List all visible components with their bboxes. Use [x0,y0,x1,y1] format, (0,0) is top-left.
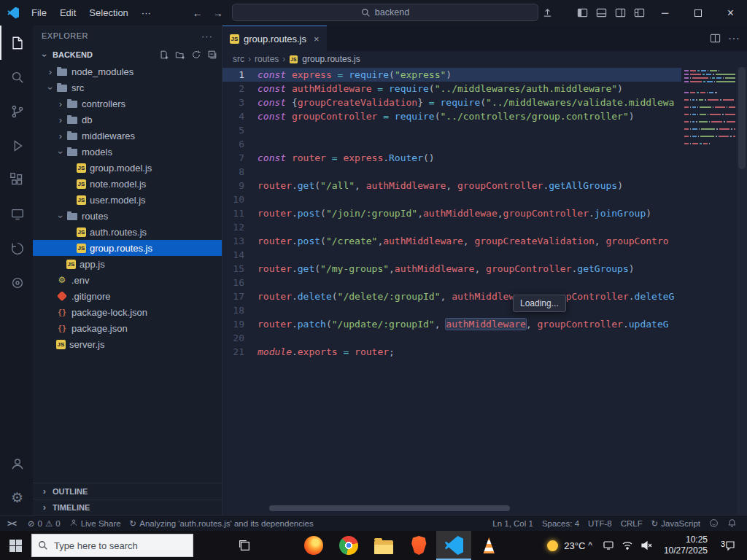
tree-item-.env[interactable]: ⚙.env [33,272,222,288]
code-line-19[interactable]: 19router.patch("/update/:groupId", authM… [222,317,681,331]
start-button[interactable] [0,531,31,560]
collapse-all-icon[interactable] [207,50,217,60]
tree-item-app.js[interactable]: JSapp.js [33,256,222,272]
remote-indicator[interactable]: >< [0,516,23,532]
tree-item-server.js[interactable]: JSserver.js [33,336,222,352]
tree-item-note.model.js[interactable]: JSnote.model.js [33,176,222,192]
tree-item-.gitignore[interactable]: .gitignore [33,288,222,304]
settings-gear-icon[interactable]: ⚙ [0,481,33,515]
toggle-layout-icon[interactable] [538,4,557,23]
volume-muted-icon[interactable] [640,540,652,551]
breadcrumb-src[interactable]: src [233,54,244,64]
display-icon[interactable] [603,540,614,551]
taskbar-app-vlc[interactable] [471,531,506,560]
close-button[interactable]: × [714,0,747,26]
analysis-status[interactable]: ↻ Analyzing 'auth.routes.js' and its dep… [125,516,318,532]
tree-item-auth.routes.js[interactable]: JSauth.routes.js [33,224,222,240]
task-view-button[interactable] [230,531,258,560]
code-line-20[interactable]: 20 [222,331,681,345]
activity-remote-explorer-icon[interactable] [0,197,33,231]
code-line-15[interactable]: 15router.get("/my-groups",authMiddleware… [222,262,681,276]
encoding[interactable]: UTF-8 [584,516,616,532]
activity-extension-2-icon[interactable] [0,265,33,300]
show-hidden-icons-chevron[interactable]: ^ [585,540,595,551]
new-folder-icon[interactable] [175,50,185,60]
eol-sequence[interactable]: CRLF [616,516,647,532]
activity-extensions-icon[interactable] [0,163,33,197]
tree-item-routes[interactable]: ›routes [33,208,222,224]
new-file-icon[interactable] [159,50,169,60]
code-line-14[interactable]: 14 [222,248,681,262]
toggle-panel-icon[interactable] [592,4,611,23]
bell-icon[interactable] [723,516,741,532]
tab-close-icon[interactable]: × [314,34,320,44]
nav-forward-icon[interactable]: → [213,7,223,19]
minimap[interactable] [684,70,735,147]
code-line-6[interactable]: 6 [222,137,681,151]
activity-run-debug-icon[interactable] [0,128,33,163]
code-line-16[interactable]: 16 [222,276,681,289]
vertical-scrollbar[interactable] [737,67,747,515]
menu-file[interactable]: File [25,4,53,21]
tree-item-group.model.js[interactable]: JSgroup.model.js [33,160,222,176]
cursor-position[interactable]: Ln 1, Col 1 [488,516,538,532]
tree-item-db[interactable]: ›db [33,112,222,128]
code-line-4[interactable]: 4const groupController = require("../con… [222,109,681,123]
code-editor[interactable]: 1const express = require("express")2cons… [222,67,747,515]
command-center-search[interactable]: backend [232,4,538,21]
code-line-9[interactable]: 9router.get("/all", authMiddleware, grou… [222,179,681,192]
tree-item-group.routes.js[interactable]: JSgroup.routes.js [33,240,222,256]
feedback-icon[interactable] [705,516,723,532]
tab-group-routes[interactable]: JS group.routes.js × [222,26,327,51]
taskbar-app-vscode[interactable] [436,531,471,560]
tree-item-user.model.js[interactable]: JSuser.model.js [33,192,222,208]
tree-item-src[interactable]: ›src [33,79,222,96]
code-line-17[interactable]: 17router.delete("/delete/:groupId", auth… [222,289,681,303]
language-mode[interactable]: ↻ JavaScript [647,516,705,532]
weather-widget[interactable]: 23°C [547,540,585,551]
menu-more-icon[interactable]: ··· [135,4,158,21]
code-line-8[interactable]: 8 [222,165,681,179]
taskbar-clock[interactable]: 10:25 10/27/2025 [659,534,712,556]
code-line-5[interactable]: 5 [222,123,681,137]
menu-edit[interactable]: Edit [53,4,82,21]
taskbar-app-brave[interactable] [401,531,436,560]
taskbar-search[interactable] [31,534,193,557]
code-line-21[interactable]: 21module.exports = router; [222,345,681,359]
vertical-scrollbar-thumb[interactable] [738,67,746,169]
action-center-button[interactable]: 3 [719,531,741,560]
nav-back-icon[interactable]: ← [193,7,203,19]
activity-source-control-icon[interactable] [0,94,33,128]
split-editor-icon[interactable] [710,33,721,44]
problems-indicator[interactable]: ⊘ 0 ⚠ 0 [23,516,65,532]
activity-explorer-icon[interactable] [0,26,33,60]
indentation[interactable]: Spaces: 4 [538,516,584,532]
activity-live-share-icon[interactable] [0,231,33,265]
explorer-more-actions-icon[interactable]: ··· [201,31,213,42]
refresh-icon[interactable] [191,50,201,60]
toggle-secondary-sidebar-icon[interactable] [611,4,630,23]
toggle-sidebar-icon[interactable] [573,4,592,23]
account-icon[interactable] [0,446,33,481]
project-root-backend[interactable]: › BACKEND [33,46,222,63]
taskbar-app-firefox[interactable] [296,531,331,560]
horizontal-scrollbar-thumb[interactable] [269,505,510,511]
code-line-1[interactable]: 1const express = require("express") [222,68,681,82]
code-line-3[interactable]: 3const {groupCreateValidation} = require… [222,96,681,109]
live-share-button[interactable]: Live Share [65,516,125,532]
taskbar-app-file-explorer[interactable] [366,531,401,560]
breadcrumb-file[interactable]: group.routes.js [302,54,360,64]
code-line-2[interactable]: 2const authMiddleware = require("../midd… [222,82,681,96]
tree-item-middlewares[interactable]: ›middlewares [33,128,222,144]
taskbar-search-input[interactable] [54,540,193,551]
editor-more-actions-icon[interactable]: ··· [728,32,740,45]
code-line-18[interactable]: 18 [222,303,681,317]
maximize-button[interactable] [681,0,714,26]
timeline-section[interactable]: › TIMELINE [33,499,222,515]
minimize-button[interactable]: ─ [649,0,681,26]
tree-item-package.json[interactable]: {}package.json [33,320,222,336]
code-line-12[interactable]: 12 [222,220,681,234]
code-line-13[interactable]: 13router.post("/create",authMiddleware, … [222,234,681,248]
outline-section[interactable]: › OUTLINE [33,483,222,499]
code-line-7[interactable]: 7const router = express.Router() [222,151,681,165]
